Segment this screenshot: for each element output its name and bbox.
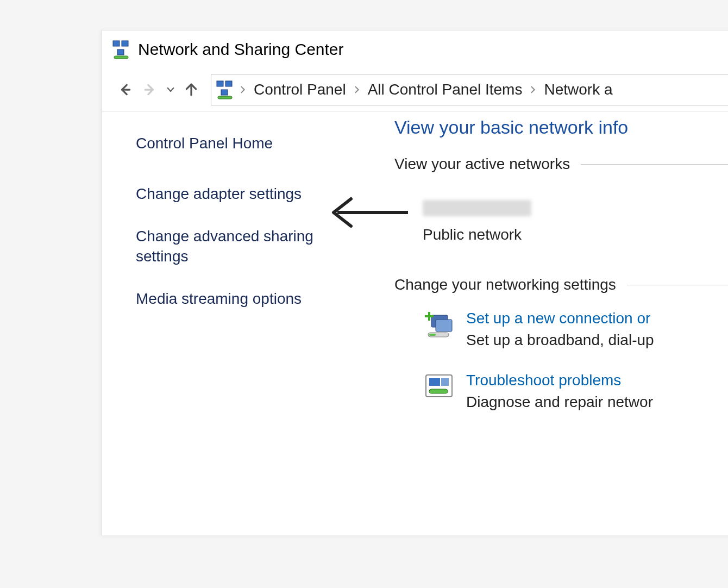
section-label: View your active networks	[394, 155, 570, 173]
svg-rect-0	[113, 41, 120, 46]
recent-locations-dropdown[interactable]	[164, 85, 177, 95]
chevron-right-icon	[529, 85, 537, 94]
breadcrumb-item[interactable]: Network a	[541, 81, 616, 98]
troubleshoot-icon	[424, 372, 454, 402]
media-streaming-options-link[interactable]: Media streaming options	[136, 289, 342, 309]
control-panel-home-link[interactable]: Control Panel Home	[136, 133, 342, 154]
settings-list: Set up a new connection or Set up a broa…	[424, 310, 728, 411]
active-networks-section: View your active networks	[394, 155, 728, 173]
svg-rect-20	[429, 389, 448, 393]
setup-connection-desc: Set up a broadband, dial-up	[466, 331, 654, 349]
svg-rect-9	[221, 90, 228, 95]
network-center-icon	[112, 40, 131, 59]
window-title: Network and Sharing Center	[138, 40, 344, 59]
side-pane: Control Panel Home Change adapter settin…	[102, 111, 368, 535]
svg-rect-3	[114, 56, 128, 59]
main-pane: View your basic network info View your a…	[368, 111, 728, 535]
network-sharing-window: Network and Sharing Center	[102, 30, 728, 535]
titlebar: Network and Sharing Center	[102, 30, 728, 68]
change-settings-section: Change your networking settings	[394, 276, 728, 293]
page-heading: View your basic network info	[394, 117, 728, 138]
setup-connection-item: Set up a new connection or Set up a broa…	[424, 310, 728, 349]
breadcrumb-item[interactable]: Control Panel	[250, 81, 349, 98]
active-network-block: Public network	[423, 200, 728, 243]
svg-rect-1	[122, 41, 128, 46]
troubleshoot-link[interactable]: Troubleshoot problems	[466, 372, 653, 389]
svg-rect-10	[218, 96, 232, 99]
change-advanced-sharing-link[interactable]: Change advanced sharing settings	[136, 226, 342, 267]
change-adapter-settings-link[interactable]: Change adapter settings	[136, 184, 342, 204]
svg-rect-16	[425, 315, 434, 317]
svg-rect-2	[117, 49, 124, 55]
forward-button[interactable]	[139, 79, 161, 101]
address-box[interactable]: Control Panel All Control Panel Items Ne…	[211, 74, 728, 105]
section-label: Change your networking settings	[394, 276, 616, 293]
troubleshoot-item: Troubleshoot problems Diagnose and repai…	[424, 372, 728, 411]
chevron-right-icon	[239, 85, 247, 94]
section-rule	[627, 285, 728, 285]
svg-rect-19	[441, 378, 449, 386]
network-type-label: Public network	[423, 226, 728, 243]
addressbar: Control Panel All Control Panel Items Ne…	[102, 68, 728, 111]
svg-rect-12	[436, 320, 452, 331]
section-rule	[581, 164, 728, 165]
svg-rect-18	[429, 378, 440, 386]
network-center-icon	[216, 80, 235, 99]
chevron-right-icon	[353, 85, 361, 94]
svg-rect-8	[225, 81, 232, 86]
back-button[interactable]	[114, 79, 136, 101]
svg-rect-14	[429, 334, 436, 336]
troubleshoot-desc: Diagnose and repair networ	[466, 393, 653, 411]
up-button[interactable]	[180, 79, 202, 101]
content-area: Control Panel Home Change adapter settin…	[102, 111, 728, 535]
breadcrumb-item[interactable]: All Control Panel Items	[365, 81, 526, 98]
svg-rect-7	[217, 81, 223, 86]
setup-connection-icon	[424, 310, 454, 340]
network-name-redacted	[423, 200, 531, 216]
setup-connection-link[interactable]: Set up a new connection or	[466, 310, 654, 327]
